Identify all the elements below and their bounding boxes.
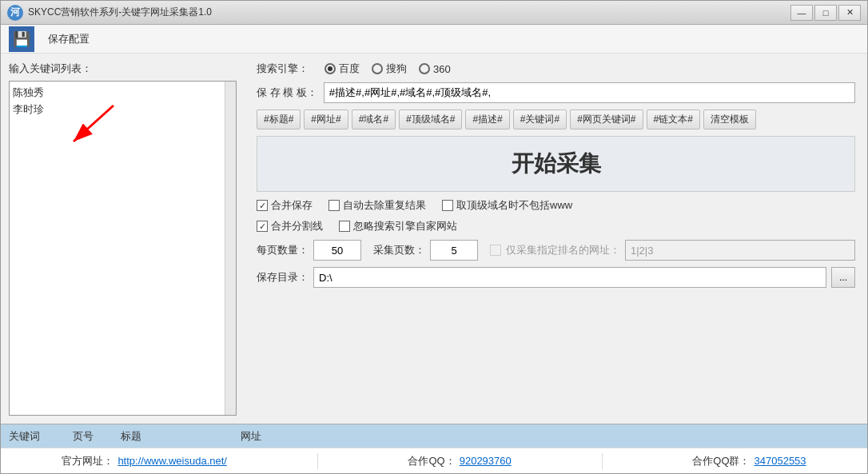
search-engine-row: 搜索引擎： 百度 搜狗 360 [257, 62, 855, 76]
tag-title[interactable]: #标题# [257, 110, 301, 129]
col-title-header: 标题 [121, 429, 241, 444]
radio-baidu-circle [325, 63, 336, 74]
right-panel: 搜索引擎： 百度 搜狗 360 保 存 模 板： [245, 54, 867, 424]
qq-group-item: 合作QQ群： 347052553 [692, 454, 806, 468]
toolbar: 💾 保存配置 [1, 25, 867, 54]
title-bar: 河 SKYCC营销软件系列-关键字网址采集器1.0 — □ ✕ [1, 1, 867, 25]
checkbox-no-www[interactable]: 取顶级域名时不包括www [442, 198, 572, 213]
tag-tld[interactable]: #顶级域名# [399, 110, 462, 129]
col-url-header: 网址 [241, 429, 859, 444]
radio-360-label: 360 [433, 63, 451, 75]
save-template-row: 保 存 模 板： [257, 82, 855, 103]
main-content: 输入关键词列表： 陈独秀 李时珍 [1, 54, 867, 424]
radio-360-circle [419, 63, 430, 74]
input-row: 每页数量： 采集页数： 仅采集指定排名的网址： [257, 240, 855, 261]
tag-desc[interactable]: #描述# [465, 110, 509, 129]
save-config-button[interactable]: 保存配置 [41, 28, 97, 50]
radio-360[interactable]: 360 [419, 63, 451, 75]
window-title: SKYCC营销软件系列-关键字网址采集器1.0 [28, 6, 790, 19]
qq-item: 合作QQ： 920293760 [408, 454, 511, 468]
checkbox-row-1: 合并保存 自动去除重复结果 取顶级域名时不包括www [257, 198, 855, 213]
official-link[interactable]: http://www.weisuda.net/ [117, 455, 227, 467]
radio-sougou-label: 搜狗 [386, 62, 407, 76]
col-page-header: 页号 [73, 429, 121, 444]
save-dir-label: 保存目录： [257, 270, 309, 285]
qq-label: 合作QQ： [408, 454, 455, 468]
per-page-input[interactable] [313, 240, 361, 261]
minimize-button[interactable]: — [790, 5, 813, 21]
checkbox-merge-save-box [257, 200, 268, 211]
start-collect-button[interactable]: 开始采集 [512, 149, 601, 179]
floppy-disk-icon: 💾 [13, 30, 30, 48]
radio-sougou[interactable]: 搜狗 [372, 62, 407, 76]
checkbox-merge-save[interactable]: 合并保存 [257, 198, 313, 213]
footer: 官方网址： http://www.weisuda.net/ 合作QQ： 9202… [1, 448, 867, 473]
checkbox-merge-divider-label: 合并分割线 [271, 219, 323, 233]
checkbox-ignore-engine-box [339, 221, 350, 232]
save-dir-input[interactable] [313, 267, 826, 288]
checkbox-ignore-engine-label: 忽略搜索引擎自家网站 [353, 219, 457, 233]
keyword-list-label: 输入关键词列表： [9, 62, 237, 76]
per-page-group: 每页数量： [257, 240, 361, 261]
checkbox-merge-save-label: 合并保存 [271, 198, 313, 213]
keyword-content: 陈独秀 李时珍 [10, 82, 236, 121]
specify-input [625, 240, 855, 261]
app-logo: 河 [7, 5, 23, 21]
qq-group-value[interactable]: 347052553 [755, 455, 806, 467]
radio-baidu-label: 百度 [339, 62, 360, 76]
maximize-button[interactable]: □ [814, 5, 837, 21]
collect-pages-group: 采集页数： [373, 240, 478, 261]
template-tags: #标题# #网址# #域名# #顶级域名# #描述# #关键词# #网页关键词#… [257, 110, 855, 129]
browse-button[interactable]: ... [831, 267, 855, 288]
col-keyword-header: 关键词 [9, 429, 73, 444]
window-controls: — □ ✕ [790, 5, 861, 21]
specify-group: 仅采集指定排名的网址： [490, 240, 855, 261]
qq-value[interactable]: 920293760 [460, 455, 512, 467]
keyword-box: 陈独秀 李时珍 [9, 81, 237, 416]
footer-divider-2 [602, 453, 603, 469]
specify-label: 仅采集指定排名的网址： [506, 243, 620, 257]
close-button[interactable]: ✕ [838, 5, 861, 21]
qq-group-label: 合作QQ群： [692, 454, 750, 468]
radio-sougou-circle [372, 63, 383, 74]
save-template-input[interactable] [324, 82, 855, 103]
tag-domain[interactable]: #域名# [352, 110, 396, 129]
checkbox-row-2: 合并分割线 忽略搜索引擎自家网站 [257, 219, 855, 233]
checkbox-remove-dup[interactable]: 自动去除重复结果 [328, 198, 426, 213]
official-label: 官方网址： [62, 454, 113, 468]
vertical-scrollbar[interactable] [225, 82, 236, 415]
radio-baidu[interactable]: 百度 [325, 62, 360, 76]
checkbox-remove-dup-box [328, 200, 340, 211]
collect-pages-input[interactable] [430, 240, 478, 261]
tag-page-keyword[interactable]: #网页关键词# [570, 110, 643, 129]
checkbox-ignore-engine[interactable]: 忽略搜索引擎自家网站 [339, 219, 457, 233]
main-window: 河 SKYCC营销软件系列-关键字网址采集器1.0 — □ ✕ 💾 保存配置 输… [0, 0, 868, 474]
specify-checkbox[interactable] [490, 245, 501, 256]
keyword-item: 陈独秀 [13, 85, 233, 102]
save-template-label: 保 存 模 板： [257, 86, 317, 100]
tag-url[interactable]: #网址# [304, 110, 348, 129]
checkbox-no-www-label: 取顶级域名时不包括www [456, 198, 572, 213]
footer-divider-1 [317, 453, 318, 469]
checkbox-merge-divider[interactable]: 合并分割线 [257, 219, 323, 233]
checkbox-merge-divider-box [257, 221, 268, 232]
per-page-label: 每页数量： [257, 243, 309, 257]
official-site-item: 官方网址： http://www.weisuda.net/ [62, 454, 227, 468]
clear-template-button[interactable]: 清空模板 [703, 110, 756, 129]
checkbox-remove-dup-label: 自动去除重复结果 [343, 198, 426, 213]
results-header: 关键词 页号 标题 网址 [1, 424, 867, 448]
tag-link-text[interactable]: #链文本# [647, 110, 700, 129]
search-engine-label: 搜索引擎： [257, 62, 309, 76]
save-dir-row: 保存目录： ... [257, 267, 855, 288]
toolbar-logo: 💾 [9, 26, 34, 52]
start-btn-container: 开始采集 [257, 136, 855, 192]
checkbox-no-www-box [442, 200, 453, 211]
tag-keyword[interactable]: #关键词# [513, 110, 567, 129]
keyword-item: 李时珍 [13, 102, 233, 118]
collect-pages-label: 采集页数： [373, 243, 425, 257]
left-panel: 输入关键词列表： 陈独秀 李时珍 [1, 54, 245, 424]
